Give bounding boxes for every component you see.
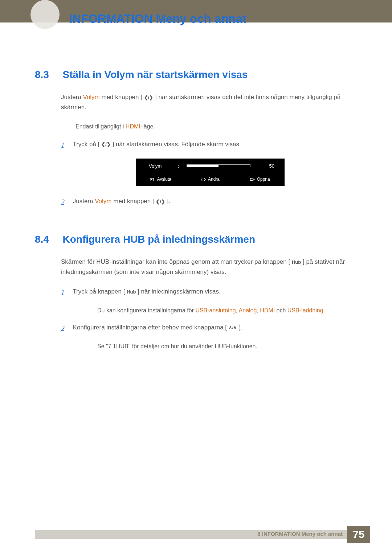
osd-volume-panel: Volym : 50 Avsluta Ändra	[136, 159, 285, 186]
step-number: 1	[61, 139, 71, 151]
exit-icon	[150, 177, 155, 182]
text: Du kan konfigurera inställningarna för	[97, 307, 195, 313]
heading-8-4: 8.4 Konfigurera HUB på inledningsskärmen	[35, 234, 359, 245]
config-subnote: Du kan konfigurera inställningarna för U…	[97, 306, 359, 315]
change-icon	[201, 177, 206, 182]
step-number: 1	[61, 287, 71, 299]
usb-term: USB-anslutning	[195, 307, 236, 313]
section-8-4-body: Skärmen för HUB-inställningar kan inte ö…	[61, 257, 359, 351]
left-right-icon: ❮/❯	[144, 94, 154, 101]
osd-change-label: Ändra	[208, 176, 220, 183]
left-right-icon: ❮/❯	[101, 140, 111, 148]
text: ,	[236, 307, 239, 313]
hub-icon: Hub	[127, 288, 136, 296]
osd-label: Volym	[149, 162, 171, 170]
text: ,	[257, 307, 260, 313]
footer: 8 INFORMATION Meny och annat 75	[35, 526, 392, 543]
heading-text: Ställa in Volym när startskärmen visas	[62, 69, 248, 81]
text: -läge.	[140, 123, 155, 130]
osd-slider-track	[187, 164, 250, 167]
step-text: Konfigurera inställningarna efter behov …	[73, 324, 242, 331]
step-2: 2 Konfigurera inställningarna efter beho…	[61, 323, 359, 335]
hdmi-term: HDMI	[126, 123, 140, 130]
text: Endast tillgängligt i	[75, 123, 126, 130]
svg-rect-2	[250, 178, 253, 181]
step-number: 2	[61, 196, 71, 208]
up-down-icon: ∧/∨	[229, 324, 237, 331]
osd-exit: Avsluta	[136, 173, 185, 186]
hdmi-note: Endast tillgängligt i HDMI-läge.	[75, 122, 359, 131]
usb-charge-term: USB-laddning	[287, 307, 323, 313]
text: Tryck på knappen [	[73, 288, 127, 295]
heading-number: 8.4	[35, 234, 61, 245]
osd-value: 50	[258, 162, 276, 170]
svg-rect-1	[151, 179, 152, 180]
step-text: Tryck på knappen [ Hub ] när inledningss…	[73, 288, 220, 295]
text: Tryck på [	[73, 141, 101, 148]
step-text: Tryck på [ ❮/❯ ] när startskärmen visas.…	[73, 141, 241, 148]
footer-page-number: 75	[347, 526, 370, 543]
section-8-4: 8.4 Konfigurera HUB på inledningsskärmen…	[35, 234, 359, 351]
heading-8-3: 8.3 Ställa in Volym när startskärmen vis…	[35, 69, 359, 81]
left-right-icon: ❮/❯	[156, 198, 165, 205]
chapter-circle	[30, 0, 60, 29]
text: .	[323, 307, 325, 313]
open-icon	[250, 177, 255, 182]
text: med knappen [	[100, 94, 144, 100]
heading-text: Konfigurera HUB på inledningsskärmen	[62, 234, 255, 245]
intro-paragraph: Skärmen för HUB-inställningar kan inte ö…	[61, 257, 359, 277]
volym-term: Volym	[95, 198, 111, 205]
section-8-3-body: Justera Volym med knappen [ ❮/❯ ] när st…	[61, 92, 359, 208]
heading-number: 8.3	[35, 69, 61, 81]
hdmi-term: HDMI	[260, 307, 275, 313]
osd-open-label: Öppna	[257, 176, 270, 183]
text: ].	[165, 198, 170, 205]
text: med knappen [	[112, 198, 156, 205]
reference-note: Se "7.1HUB" för detaljer om hur du använ…	[97, 342, 359, 351]
text: ] när startskärmen visas. Följande skärm…	[111, 141, 241, 148]
intro-paragraph: Justera Volym med knappen [ ❮/❯ ] när st…	[61, 92, 359, 112]
text: Justera	[73, 198, 95, 205]
hub-icon: Hub	[292, 258, 301, 266]
text: ].	[237, 324, 242, 331]
footer-chapter: 8 INFORMATION Meny och annat	[257, 531, 343, 537]
content-area: 8.3 Ställa in Volym när startskärmen vis…	[35, 69, 359, 358]
page: INFORMATION Meny och annat 8.3 Ställa in…	[0, 0, 392, 554]
step-number: 2	[61, 323, 71, 335]
step-1: 1 Tryck på knappen [ Hub ] när inledning…	[61, 287, 359, 299]
text: ] när inledningsskärmen visas.	[136, 288, 220, 295]
step-1: 1 Tryck på [ ❮/❯ ] när startskärmen visa…	[61, 139, 359, 151]
osd-slider-fill	[187, 165, 219, 167]
page-title: INFORMATION Meny och annat	[69, 12, 246, 26]
text: Konfigurera inställningarna efter behov …	[73, 324, 229, 331]
text: och	[275, 307, 287, 313]
osd-exit-label: Avsluta	[157, 176, 171, 183]
osd-open: Öppna	[235, 173, 285, 186]
osd-buttons-row: Avsluta Ändra Öppna	[136, 173, 285, 186]
osd-colon: :	[178, 162, 179, 170]
step-2: 2 Justera Volym med knappen [ ❮/❯ ].	[61, 196, 359, 208]
osd-change: Ändra	[185, 173, 235, 186]
osd-row-value: Volym : 50	[136, 159, 285, 173]
step-text: Justera Volym med knappen [ ❮/❯ ].	[73, 198, 171, 205]
volym-term: Volym	[83, 94, 99, 100]
text: Justera	[61, 94, 83, 100]
analog-term: Analog	[239, 307, 257, 313]
text: Skärmen för HUB-inställningar kan inte ö…	[61, 258, 292, 265]
